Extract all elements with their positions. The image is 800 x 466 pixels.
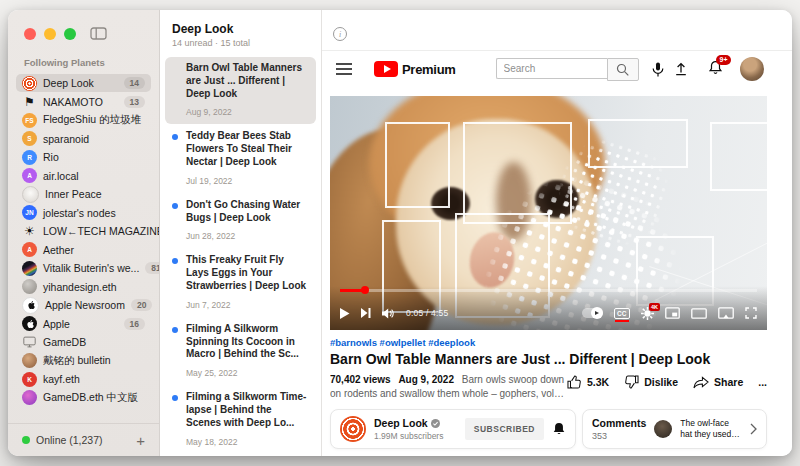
article-list-item[interactable]: This Freaky Fruit Fly Lays Eggs in Your …: [165, 249, 316, 316]
notification-bell-icon[interactable]: [552, 422, 566, 436]
sidebar-item[interactable]: R Rio: [16, 148, 151, 166]
dislike-button[interactable]: Dislike: [624, 375, 678, 389]
progress-bar[interactable]: [340, 289, 757, 292]
article-title: Filming A Silkworm Spinning Its Cocoon i…: [186, 323, 308, 361]
youtube-premium-logo[interactable]: Premium: [374, 61, 456, 77]
unread-dot: [172, 203, 178, 209]
planet-avatar: [22, 297, 39, 314]
comments-card[interactable]: Comments 353 The owl-face hat they used …: [582, 409, 767, 449]
add-planet-button[interactable]: +: [136, 433, 145, 448]
sidebar-list: Deep Look 14 ⚑ NAKAMOTO 13 FS FledgeShiu…: [8, 70, 159, 423]
hashtag-links[interactable]: #barnowls #owlpellet #deeplook: [330, 337, 767, 348]
verified-badge-icon: [431, 419, 440, 428]
sidebar-item[interactable]: JN jolestar's nodes: [16, 204, 151, 222]
autoplay-toggle[interactable]: [582, 308, 603, 318]
notification-count-badge: 9+: [716, 55, 731, 65]
video-description: 70,402 views Aug 9, 2022 Barn owls swoop…: [330, 373, 567, 401]
planet-avatar: JN: [22, 205, 37, 220]
overlay-rectangle: [385, 122, 450, 208]
sidebar-item[interactable]: S sparanoid: [16, 130, 151, 148]
progress-fill: [340, 289, 365, 292]
progress-knob[interactable]: [361, 286, 369, 294]
like-button[interactable]: 5.3K: [567, 375, 609, 389]
sidebar-item[interactable]: Apple Newsroom 20: [16, 296, 151, 314]
sidebar-item[interactable]: K kayf.eth: [16, 370, 151, 388]
article-list-item[interactable]: Teddy Bear Bees Stab Flowers To Steal Th…: [165, 125, 316, 192]
next-button[interactable]: [361, 308, 371, 318]
avatar-text: JN: [25, 209, 33, 216]
article-list: Barn Owl Table Manners are Just ... Diff…: [160, 57, 321, 456]
comment-preview: The owl-face hat they used to cover the …: [680, 418, 742, 440]
theater-mode-button[interactable]: [691, 308, 707, 319]
sidebar-item[interactable]: Inner Peace: [16, 185, 151, 203]
more-actions-button[interactable]: ...: [758, 376, 767, 388]
app-window: Following Planets Deep Look 14 ⚑ NAKAMOT…: [8, 10, 792, 456]
subscribed-button[interactable]: SUBSCRIBED: [465, 418, 544, 440]
share-button[interactable]: Share: [693, 376, 743, 389]
planet-avatar: [22, 316, 37, 331]
fullscreen-button[interactable]: [745, 307, 757, 319]
avatar-text: ☀: [24, 224, 35, 238]
video-player[interactable]: 0:05 / 4:55 CC 4K: [330, 96, 767, 330]
channel-card[interactable]: Deep Look 1.99M subscribers SUBSCRIBED: [330, 409, 576, 449]
sidebar-item[interactable]: Vitalik Buterin's we... 81: [16, 259, 151, 277]
miniplayer-button[interactable]: [665, 307, 680, 319]
sidebar-item[interactable]: A air.local: [16, 167, 151, 185]
premium-label: Premium: [402, 62, 456, 77]
sidebar-item[interactable]: ☀ LOW←TECH MAGAZINE: [16, 222, 151, 240]
planet-label: sparanoid: [43, 133, 89, 145]
sidebar-item[interactable]: FS FledgeShiu 的垃圾堆: [16, 111, 151, 129]
zoom-window-button[interactable]: [64, 28, 76, 40]
comments-label: Comments: [592, 417, 646, 429]
sidebar: Following Planets Deep Look 14 ⚑ NAKAMOT…: [8, 10, 160, 456]
cast-button[interactable]: [718, 307, 734, 319]
sidebar-item[interactable]: 戴铭的 bulletin: [16, 352, 151, 370]
search-button[interactable]: [607, 58, 639, 81]
sidebar-item[interactable]: yihandesign.eth: [16, 278, 151, 296]
planet-avatar: S: [22, 131, 37, 146]
volume-button[interactable]: [382, 308, 395, 319]
article-list-item[interactable]: Silkworms Spin Cocoons That Spell Their …: [165, 455, 316, 456]
unread-dot: [172, 327, 178, 333]
channel-avatar[interactable]: [340, 416, 366, 442]
article-list-item[interactable]: Don't Go Chasing Water Bugs | Deep Look …: [165, 194, 316, 249]
sidebar-item[interactable]: GameDB: [16, 333, 151, 351]
sidebar-item[interactable]: ⚑ NAKAMOTO 13: [16, 93, 151, 111]
avatar-text: FS: [25, 117, 33, 124]
close-window-button[interactable]: [24, 28, 36, 40]
voice-search-button[interactable]: [652, 62, 664, 77]
sidebar-item[interactable]: GameDB.eth 中文版: [16, 389, 151, 407]
unread-count-badge: 13: [124, 96, 145, 108]
unread-count-badge: 16: [124, 318, 145, 330]
apple-logo-icon: [25, 319, 35, 329]
overlay-rectangle: [588, 119, 688, 167]
sidebar-item[interactable]: A Aether: [16, 241, 151, 259]
sidebar-item[interactable]: Deep Look 14: [16, 74, 151, 92]
article-title: This Freaky Fruit Fly Lays Eggs in Your …: [186, 254, 308, 292]
search-input[interactable]: [496, 58, 607, 79]
sidebar-item[interactable]: Apple 16: [16, 315, 151, 333]
menu-hamburger-icon[interactable]: [336, 63, 352, 75]
article-list-item[interactable]: Filming A Silkworm Spinning Its Cocoon i…: [165, 318, 316, 385]
planet-avatar: [22, 335, 37, 350]
article-list-item[interactable]: Barn Owl Table Manners are Just ... Diff…: [165, 57, 316, 124]
unread-dot: [172, 258, 178, 264]
sidebar-toggle-icon[interactable]: [90, 26, 107, 44]
notifications-button[interactable]: 9+: [708, 60, 723, 79]
planet-label: 戴铭的 bulletin: [43, 354, 111, 368]
minimize-window-button[interactable]: [44, 28, 56, 40]
info-icon[interactable]: i: [333, 27, 347, 41]
video-meta-row: 70,402 views Aug 9, 2022 Barn owls swoop…: [330, 373, 767, 401]
online-status-dot: [22, 436, 30, 444]
account-avatar[interactable]: [740, 57, 764, 81]
upload-button[interactable]: [674, 62, 688, 76]
planet-label: NAKAMOTO: [43, 96, 103, 108]
planet-avatar: ☀: [22, 224, 37, 239]
channel-name[interactable]: Deep Look: [374, 417, 428, 429]
chevron-right-icon[interactable]: [750, 423, 757, 435]
article-list-item[interactable]: Filming a Silkworm Time-lapse | Behind t…: [165, 386, 316, 453]
play-button[interactable]: [340, 308, 350, 319]
captions-button[interactable]: CC: [614, 308, 630, 319]
monitor-icon: [23, 336, 36, 348]
settings-button[interactable]: 4K: [641, 307, 654, 320]
